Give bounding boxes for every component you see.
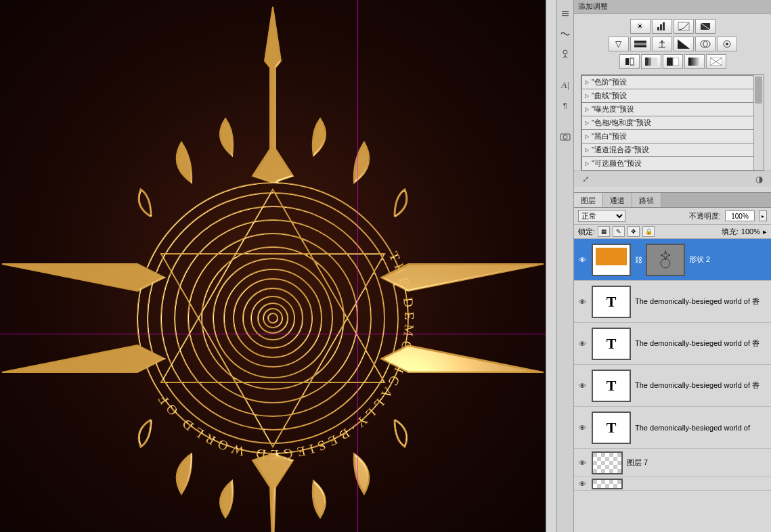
svg-point-5 <box>202 247 344 389</box>
layer-name[interactable]: The demonically-besieged world of <box>635 424 768 432</box>
visibility-icon[interactable]: 👁 <box>577 296 588 307</box>
layer-thumb-vector-mask[interactable] <box>646 244 685 276</box>
panel-icon-3[interactable] <box>558 46 573 62</box>
adj-levels-icon[interactable] <box>652 19 672 34</box>
adj-brightness-icon[interactable]: ☀ <box>630 19 651 34</box>
layer-text-2[interactable]: 👁 T The demonically-besieged world of 香 <box>574 323 771 365</box>
svg-rect-22 <box>663 22 665 30</box>
right-panel-stack: 添加调整 ☀ ▽ ▷"色阶"预设 ▷"曲线"预设 ▷"曝 <box>574 0 771 532</box>
svg-point-8 <box>234 279 312 357</box>
adj-bw-icon[interactable] <box>674 37 694 51</box>
svg-rect-38 <box>667 58 673 66</box>
svg-point-7 <box>224 269 322 367</box>
layer-text-4[interactable]: 👁 T The demonically-besieged world of <box>574 407 771 449</box>
camera-icon[interactable] <box>558 129 573 145</box>
layer-thumb-fill[interactable] <box>592 244 631 276</box>
preset-levels[interactable]: ▷"色阶"预设 <box>581 75 764 89</box>
opacity-label: 不透明度: <box>689 211 721 221</box>
visibility-icon[interactable]: 👁 <box>577 338 588 349</box>
ruler-vertical <box>546 0 556 532</box>
svg-point-32 <box>726 43 728 45</box>
layer-text-1[interactable]: 👁 T The demonically-besieged world of 香 <box>574 281 771 323</box>
svg-rect-23 <box>678 22 689 30</box>
adj-footer-expand-icon[interactable]: ⤢ <box>582 174 590 184</box>
layer-shape-2[interactable]: 👁 ⛓ 形状 2 <box>574 239 771 281</box>
preset-channel-mixer[interactable]: ▷"通道混合器"预设 <box>581 143 764 156</box>
svg-rect-34 <box>630 58 634 65</box>
panel-tabs: 图层 通道 路径 <box>574 193 771 208</box>
svg-rect-20 <box>657 27 659 30</box>
adj-threshold-icon[interactable] <box>663 54 683 69</box>
adj-color-balance-icon[interactable] <box>652 37 672 51</box>
layer-name[interactable]: The demonically-besieged world of 香 <box>635 296 768 307</box>
panel-icon-1[interactable] <box>558 5 573 22</box>
guide-horizontal[interactable] <box>0 334 546 334</box>
opacity-value[interactable]: 100% <box>725 210 755 221</box>
layer-row-partial[interactable]: 👁 <box>574 477 771 491</box>
layer-name[interactable]: 形状 2 <box>689 254 768 265</box>
text-layer-thumb[interactable]: T <box>592 370 631 402</box>
preset-scrollbar[interactable] <box>753 75 764 170</box>
adj-hue-icon[interactable] <box>630 37 651 51</box>
adjustments-panel-header[interactable]: 添加调整 <box>574 0 771 14</box>
tab-paths[interactable]: 路径 <box>632 193 661 207</box>
svg-point-1 <box>148 193 398 443</box>
svg-point-3 <box>175 220 371 416</box>
link-icon: ⛓ <box>635 256 642 264</box>
raster-layer-thumb[interactable] <box>592 451 623 474</box>
preset-bw[interactable]: ▷"黑白"预设 <box>581 129 764 143</box>
blend-mode-select[interactable]: 正常 <box>578 210 625 222</box>
svg-rect-33 <box>625 58 629 65</box>
lock-all-icon[interactable]: 🔒 <box>642 226 655 237</box>
visibility-icon[interactable]: 👁 <box>577 254 588 265</box>
artwork-ornament: THE DEMONICALLY·BESIEGED WORLD OF <box>0 0 546 532</box>
fill-spinner[interactable]: ▸ <box>763 227 767 236</box>
adj-posterize-icon[interactable] <box>641 54 661 69</box>
layer-raster-7[interactable]: 👁 图层 7 <box>574 449 771 477</box>
guide-vertical[interactable] <box>357 0 358 532</box>
layer-text-3[interactable]: 👁 T The demonically-besieged world of 香 <box>574 365 771 407</box>
opacity-spinner[interactable]: ▸ <box>759 210 767 221</box>
visibility-icon[interactable]: 👁 <box>577 458 588 468</box>
text-layer-thumb[interactable]: T <box>592 328 631 360</box>
svg-rect-26 <box>634 43 646 45</box>
preset-curves[interactable]: ▷"曲线"预设 <box>581 89 764 102</box>
raster-layer-thumb[interactable] <box>592 479 623 489</box>
layer-name[interactable]: The demonically-besieged world of 香 <box>635 338 768 349</box>
tab-layers[interactable]: 图层 <box>574 193 603 207</box>
svg-rect-40 <box>688 58 701 66</box>
preset-selective-color[interactable]: ▷"可选颜色"预设 <box>581 156 764 170</box>
svg-point-6 <box>213 259 332 378</box>
character-panel-icon[interactable]: A| <box>558 77 573 93</box>
adj-channel-mixer-icon[interactable] <box>717 37 737 51</box>
text-layer-thumb[interactable]: T <box>592 412 631 444</box>
layer-name[interactable]: The demonically-besieged world of 香 <box>635 380 768 391</box>
visibility-icon[interactable]: 👁 <box>577 479 588 489</box>
adj-photo-filter-icon[interactable] <box>695 37 715 51</box>
layer-name[interactable]: 图层 7 <box>627 458 768 468</box>
lock-position-icon[interactable]: ✥ <box>627 226 640 237</box>
tab-channels[interactable]: 通道 <box>603 193 632 207</box>
panel-icon-2[interactable] <box>558 26 573 42</box>
adj-vibrance-icon[interactable]: ▽ <box>609 37 629 51</box>
svg-point-19 <box>563 135 567 139</box>
svg-point-11 <box>258 303 288 333</box>
paragraph-panel-icon[interactable]: ¶ <box>558 97 573 114</box>
canvas-viewport[interactable]: THE DEMONICALLY·BESIEGED WORLD OF <box>0 0 546 532</box>
lock-pixels-icon[interactable]: ✎ <box>613 226 625 237</box>
adj-gradient-map-icon[interactable] <box>684 54 705 69</box>
adj-exposure-icon[interactable] <box>695 19 715 34</box>
visibility-icon[interactable]: 👁 <box>577 422 588 433</box>
adjustments-panel: ☀ ▽ ▷"色阶"预设 ▷"曲线"预设 ▷"曝光度"预设 ▷"色相/ <box>574 14 771 193</box>
svg-point-2 <box>161 206 384 430</box>
preset-hue[interactable]: ▷"色相/饱和度"预设 <box>581 116 764 129</box>
fill-value[interactable]: 100% <box>741 227 760 236</box>
visibility-icon[interactable]: 👁 <box>577 380 588 391</box>
adj-curves-icon[interactable] <box>674 19 694 34</box>
adj-selective-color-icon[interactable] <box>706 54 726 69</box>
preset-exposure[interactable]: ▷"曝光度"预设 <box>581 102 764 116</box>
text-layer-thumb[interactable]: T <box>592 286 631 318</box>
adj-invert-icon[interactable] <box>619 54 640 69</box>
adj-footer-clip-icon[interactable]: ◑ <box>755 174 763 184</box>
lock-transparency-icon[interactable]: ▦ <box>598 226 610 237</box>
